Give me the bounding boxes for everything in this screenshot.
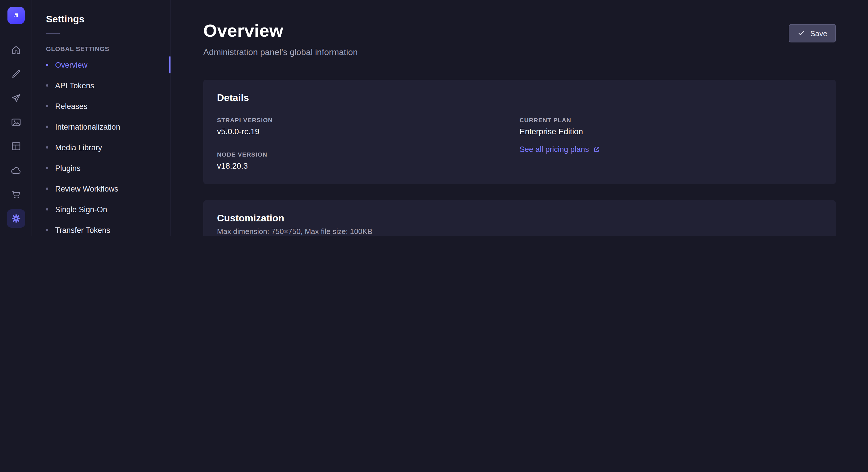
- strapi-logo-glyph: [11, 11, 20, 20]
- sidebar-item-transfer-tokens[interactable]: Transfer Tokens: [32, 220, 170, 236]
- sidebar-item-api-tokens[interactable]: API Tokens: [32, 75, 170, 96]
- sidebar-item-label: Plugins: [55, 164, 81, 172]
- page-header-text: Overview Administration panel’s global i…: [203, 21, 358, 57]
- sidebar-item-label: Overview: [55, 61, 88, 69]
- bullet-icon: [46, 208, 48, 210]
- sidebar-item-review-workflows[interactable]: Review Workflows: [32, 178, 170, 199]
- section-global-settings: GLOBAL SETTINGS Overview API Tokens Rele…: [32, 45, 170, 236]
- field-label: CURRENT PLAN: [520, 116, 822, 123]
- strapi-version-field: STRAPI VERSION v5.0.0-rc.19: [217, 116, 520, 136]
- bullet-icon: [46, 64, 48, 66]
- external-link-icon: [593, 146, 600, 153]
- page-header: Overview Administration panel’s global i…: [203, 21, 836, 57]
- customization-constraints: Max dimension: 750×750, Max file size: 1…: [217, 227, 822, 236]
- section-label: GLOBAL SETTINGS: [32, 45, 170, 52]
- cloud-icon[interactable]: [7, 161, 25, 179]
- pricing-plans-link[interactable]: See all pricing plans: [520, 145, 600, 154]
- details-right-column: CURRENT PLAN Enterprise Edition See all …: [520, 116, 822, 170]
- main-nav-rail: KD: [0, 0, 32, 236]
- check-icon: [798, 29, 806, 37]
- sidebar-item-single-sign-on[interactable]: Single Sign-On: [32, 199, 170, 220]
- bullet-icon: [46, 126, 48, 128]
- sidebar-item-label: API Tokens: [55, 81, 94, 90]
- sidebar-item-plugins[interactable]: Plugins: [32, 158, 170, 178]
- details-card: Details STRAPI VERSION v5.0.0-rc.19 NODE…: [203, 80, 836, 184]
- sidebar-item-releases[interactable]: Releases: [32, 96, 170, 116]
- cart-icon[interactable]: [7, 185, 25, 204]
- details-left-column: STRAPI VERSION v5.0.0-rc.19 NODE VERSION…: [217, 116, 520, 170]
- field-label: NODE VERSION: [217, 151, 520, 158]
- gear-icon[interactable]: [7, 209, 25, 228]
- details-grid: STRAPI VERSION v5.0.0-rc.19 NODE VERSION…: [217, 116, 822, 170]
- media-library-icon[interactable]: [7, 113, 25, 131]
- pricing-plans-link-label: See all pricing plans: [520, 145, 589, 154]
- field-value: v18.20.3: [217, 161, 520, 170]
- customization-card: Customization Max dimension: 750×750, Ma…: [203, 200, 836, 236]
- bullet-icon: [46, 167, 48, 169]
- details-card-title: Details: [217, 92, 822, 104]
- main-content: Overview Administration panel’s global i…: [171, 0, 868, 236]
- paper-plane-icon[interactable]: [7, 89, 25, 107]
- page-subtitle: Administration panel’s global informatio…: [203, 47, 358, 57]
- field-value: v5.0.0-rc.19: [217, 127, 520, 136]
- bullet-icon: [46, 84, 48, 87]
- bullet-icon: [46, 229, 48, 231]
- sidebar-item-internationalization[interactable]: Internationalization: [32, 116, 170, 137]
- save-button[interactable]: Save: [789, 24, 836, 42]
- sidebar-item-media-library[interactable]: Media Library: [32, 137, 170, 158]
- sidebar-item-label: Releases: [55, 102, 88, 110]
- sidebar-item-label: Review Workflows: [55, 184, 118, 193]
- page-title: Overview: [203, 21, 358, 41]
- home-icon[interactable]: [7, 41, 25, 59]
- customization-card-title: Customization: [217, 213, 822, 224]
- content-manager-icon[interactable]: [7, 137, 25, 156]
- bullet-icon: [46, 105, 48, 107]
- current-plan-field: CURRENT PLAN Enterprise Edition See all …: [520, 116, 822, 154]
- bullet-icon: [46, 188, 48, 190]
- field-label: STRAPI VERSION: [217, 116, 520, 123]
- save-button-label: Save: [810, 29, 827, 38]
- sidebar-item-label: Media Library: [55, 143, 102, 152]
- sidebar-item-overview[interactable]: Overview: [32, 55, 170, 75]
- divider: [46, 33, 60, 34]
- sidebar-item-label: Single Sign-On: [55, 205, 107, 214]
- settings-sidebar: Settings GLOBAL SETTINGS Overview API To…: [32, 0, 171, 236]
- settings-sidebar-title: Settings: [32, 14, 170, 25]
- sidebar-item-label: Internationalization: [55, 123, 120, 131]
- field-value: Enterprise Edition: [520, 127, 822, 136]
- node-version-field: NODE VERSION v18.20.3: [217, 151, 520, 170]
- sidebar-item-label: Transfer Tokens: [55, 226, 110, 234]
- strapi-logo[interactable]: [7, 7, 24, 24]
- bullet-icon: [46, 146, 48, 148]
- brush-icon[interactable]: [7, 65, 25, 83]
- app-window: KD Settings GLOBAL SETTINGS Overview API…: [0, 0, 868, 236]
